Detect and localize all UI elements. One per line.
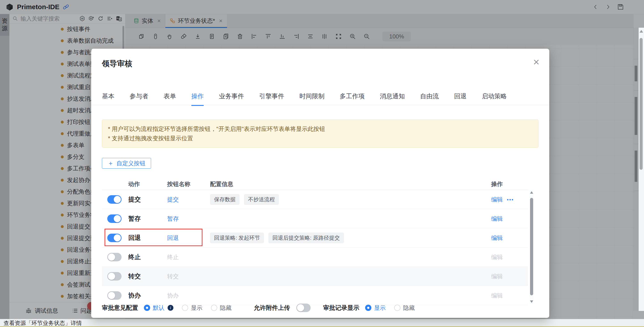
dialog-tab[interactable]: 参与者 — [130, 92, 148, 100]
row-button-name-link[interactable]: 协办 — [167, 292, 179, 299]
dialog-footer: 审批意见配置 默认 i 显示 隐藏 允许附件上传 审批记录显示 显示 隐藏 — [102, 302, 538, 313]
radio-icon — [211, 305, 217, 311]
radio-icon — [144, 305, 150, 311]
row-operations: 编辑 — [491, 234, 503, 242]
dialog-tab[interactable]: 业务事件 — [219, 92, 244, 100]
config-tag: 回退策略: 发起环节 — [210, 233, 264, 243]
row-operations: 编辑 — [491, 215, 503, 223]
column-header-config: 配置信息 — [210, 180, 233, 188]
row-edit-link[interactable]: 编辑 — [491, 215, 503, 223]
row-enable-toggle[interactable] — [107, 195, 122, 204]
scroll-thumb[interactable] — [640, 38, 643, 170]
row-action-label: 终止 — [128, 253, 141, 261]
row-config-tags: 回退策略: 发起环节回退后提交策略: 原路径提交 — [210, 233, 344, 243]
table-row: 回退 回退 回退策略: 发起环节回退后提交策略: 原路径提交 编辑 — [102, 228, 528, 248]
column-header-button-name: 按钮名称 — [167, 180, 190, 188]
row-enable-toggle[interactable] — [107, 214, 122, 223]
dialog-tab[interactable]: 多工作项 — [340, 92, 365, 100]
dialog-tab[interactable]: 回退 — [454, 92, 466, 100]
dialog-tab[interactable]: 自由流 — [420, 92, 439, 100]
row-more-icon[interactable]: ●●● — [507, 198, 514, 201]
dialog-tab[interactable]: 消息通知 — [380, 92, 405, 100]
table-scroll-up-icon[interactable] — [530, 191, 533, 194]
table-row: 提交 提交 保存数据不抄送流程 编辑 ●●● — [102, 190, 528, 209]
dialog-close-icon[interactable]: × — [533, 57, 540, 67]
node-config-dialog: 领导审核 × 基本参与者表单操作业务事件引擎事件时间限制多工作项消息通知自由流回… — [91, 49, 549, 318]
row-action-label: 提交 — [128, 195, 141, 204]
radio-option[interactable]: 默认 i — [144, 304, 174, 312]
radio-option[interactable]: 显示 — [182, 304, 202, 312]
row-button-name-link[interactable]: 回退 — [167, 234, 179, 242]
radio-label: 隐藏 — [220, 304, 232, 312]
dialog-tab[interactable]: 操作 — [191, 92, 204, 100]
plus-icon: ＋ — [108, 160, 114, 166]
page-scrollbar[interactable] — [639, 28, 644, 311]
toggle-knob — [297, 304, 304, 311]
record-display-label: 审批记录显示 — [323, 304, 359, 312]
row-operations: 编辑 — [491, 253, 503, 261]
dialog-tabs: 基本参与者表单操作业务事件引擎事件时间限制多工作项消息通知自由流回退启动策略 — [91, 92, 549, 105]
radio-label: 隐藏 — [403, 304, 415, 312]
attachment-toggle[interactable] — [296, 304, 310, 312]
dialog-title: 领导审核 — [102, 58, 538, 69]
status-message: 查看资源「环节业务状态」详情 — [4, 320, 82, 327]
row-action-label: 协办 — [128, 291, 141, 300]
row-enable-toggle[interactable] — [107, 272, 122, 281]
dialog-tab[interactable]: 时间限制 — [300, 92, 324, 100]
row-edit-link[interactable]: 编辑 — [491, 253, 503, 261]
button-table-body: 提交 提交 保存数据不抄送流程 编辑 ●●● 暂存 暂存 编辑 回退 回退 回退… — [102, 190, 528, 304]
radio-label: 显示 — [374, 304, 386, 312]
table-scroll-thumb[interactable] — [530, 198, 533, 295]
opinion-radio-group: 默认 i 显示 隐藏 — [144, 304, 232, 312]
radio-option[interactable]: 显示 — [365, 304, 386, 312]
row-button-name-link[interactable]: 终止 — [167, 253, 179, 261]
add-custom-button[interactable]: ＋ 自定义按钮 — [102, 158, 151, 169]
info-icon[interactable]: i — [168, 305, 174, 311]
toggle-knob — [108, 292, 115, 299]
toggle-knob — [114, 234, 121, 242]
dialog-tab[interactable]: 启动策略 — [482, 92, 507, 100]
attachment-upload-label: 允许附件上传 — [254, 304, 290, 312]
table-row: 终止 终止 编辑 — [102, 248, 528, 267]
record-radio-group: 显示 隐藏 — [365, 304, 415, 312]
toggle-knob — [108, 273, 115, 280]
row-config-tags: 保存数据不抄送流程 — [210, 194, 279, 205]
dialog-tab[interactable]: 引擎事件 — [259, 92, 284, 100]
toggle-knob — [114, 215, 121, 222]
row-action-label: 回退 — [128, 234, 141, 242]
row-button-name-link[interactable]: 提交 — [167, 195, 179, 203]
row-edit-link[interactable]: 编辑 — [491, 292, 503, 299]
config-tag: 不抄送流程 — [244, 194, 279, 205]
table-row: 转交 转交 编辑 — [102, 267, 528, 286]
row-edit-link[interactable]: 编辑 — [491, 195, 503, 203]
row-enable-toggle[interactable] — [107, 253, 122, 261]
radio-icon — [394, 305, 400, 311]
row-button-name-link[interactable]: 暂存 — [167, 215, 179, 223]
radio-icon — [182, 305, 188, 311]
scroll-up-icon[interactable] — [640, 30, 643, 33]
toggle-knob — [114, 196, 121, 203]
add-custom-button-label: 自定义按钮 — [116, 159, 146, 167]
notice-line: * 用户可以为流程指定环节选择所需按钮，"开关启用"表示对应环节表单将显示此按钮 — [108, 124, 532, 134]
row-enable-toggle[interactable] — [107, 291, 122, 300]
row-button-name-link[interactable]: 转交 — [167, 272, 179, 280]
notice-line: * 支持通过拖拽改变按钮显示位置 — [108, 134, 532, 143]
status-bar: 查看资源「环节业务状态」详情 — [0, 319, 644, 327]
row-edit-link[interactable]: 编辑 — [491, 234, 503, 242]
button-table-header: 动作 按钮名称 配置信息 操作 — [102, 179, 528, 190]
row-edit-link[interactable]: 编辑 — [491, 272, 503, 280]
row-operations: 编辑 — [491, 292, 503, 299]
config-tag: 保存数据 — [210, 194, 240, 205]
toggle-knob — [108, 254, 115, 261]
config-tag: 回退后提交策略: 原路径提交 — [268, 233, 344, 243]
radio-option[interactable]: 隐藏 — [211, 304, 232, 312]
dialog-tab[interactable]: 基本 — [102, 92, 114, 100]
radio-label: 默认 — [153, 304, 164, 312]
row-action-label: 转交 — [128, 272, 141, 281]
dialog-tab[interactable]: 表单 — [164, 92, 176, 100]
column-header-operations: 操作 — [491, 180, 503, 188]
radio-option[interactable]: 隐藏 — [394, 304, 415, 312]
row-action-label: 暂存 — [128, 214, 141, 223]
table-scrollbar[interactable] — [530, 190, 534, 304]
row-enable-toggle[interactable] — [107, 234, 122, 242]
